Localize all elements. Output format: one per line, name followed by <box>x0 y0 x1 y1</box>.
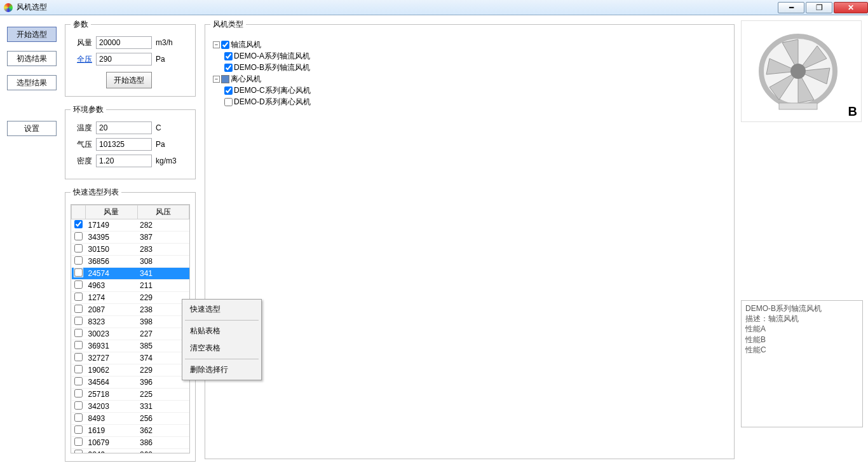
nav-start-button[interactable]: 开始选型 <box>7 27 57 42</box>
table-row[interactable]: 24574341 <box>72 268 189 280</box>
maximize-button[interactable]: ❐ <box>806 2 832 13</box>
table-row[interactable]: 8323398 <box>72 316 189 328</box>
detail-perf-b: 性能B <box>745 335 858 345</box>
flow-input[interactable] <box>96 36 152 49</box>
flow-unit: m3/h <box>156 38 181 47</box>
row-flow: 8323 <box>86 316 138 328</box>
nav-result-button[interactable]: 选型结果 <box>7 75 57 90</box>
row-press: 362 <box>137 425 189 437</box>
nav-settings-button[interactable]: 设置 <box>7 121 57 136</box>
row-checkbox[interactable] <box>74 268 83 277</box>
demo-b-checkbox[interactable] <box>224 64 233 72</box>
pressure-input[interactable] <box>96 53 152 66</box>
table-row[interactable]: 25718225 <box>72 389 189 401</box>
row-checkbox[interactable] <box>74 293 83 301</box>
centrifugal-label[interactable]: 离心风机 <box>231 74 261 85</box>
row-checkbox[interactable] <box>74 377 83 385</box>
table-row[interactable]: 9249260 <box>72 449 189 454</box>
table-row[interactable]: 32727374 <box>72 352 189 364</box>
table-row[interactable]: 8493256 <box>72 413 189 425</box>
close-icon: ✕ <box>848 3 854 12</box>
table-row[interactable]: 1619362 <box>72 425 189 437</box>
menu-separator <box>185 359 259 359</box>
ctx-clear-table[interactable]: 清空表格 <box>184 340 260 357</box>
temp-input[interactable] <box>96 121 152 134</box>
row-checkbox[interactable] <box>74 232 83 240</box>
table-row[interactable]: 30150283 <box>72 244 189 256</box>
nav-prelim-button[interactable]: 初选结果 <box>7 51 57 66</box>
demo-d-label[interactable]: DEMO-D系列离心风机 <box>234 97 311 107</box>
expander-icon[interactable]: − <box>213 41 220 48</box>
row-checkbox[interactable] <box>74 256 83 265</box>
row-press: 211 <box>137 280 189 292</box>
axial-label[interactable]: 轴流风机 <box>231 39 261 50</box>
row-checkbox[interactable] <box>74 425 83 434</box>
axial-checkbox[interactable] <box>221 41 229 49</box>
table-row[interactable]: 34395387 <box>72 232 189 244</box>
svg-point-1 <box>790 64 806 79</box>
row-checkbox[interactable] <box>74 353 83 361</box>
demo-a-label[interactable]: DEMO-A系列轴流风机 <box>234 51 310 62</box>
col-flow[interactable]: 风量 <box>86 205 138 219</box>
row-checkbox[interactable] <box>74 341 83 349</box>
demo-c-label[interactable]: DEMO-C系列离心风机 <box>234 85 311 96</box>
table-row[interactable]: 4963211 <box>72 280 189 292</box>
table-row[interactable]: 10679386 <box>72 437 189 449</box>
table-row[interactable]: 36856308 <box>72 256 189 268</box>
row-checkbox[interactable] <box>74 389 83 397</box>
table-row[interactable]: 2087238 <box>72 304 189 316</box>
fan-tree: − 轴流风机 DEMO-A系列轴流风机 DEMO-B系列轴流风机 − <box>210 36 729 110</box>
col-check[interactable] <box>72 205 86 219</box>
pressure-link[interactable]: 全压 <box>71 54 92 65</box>
atm-input[interactable] <box>96 138 152 151</box>
row-checkbox[interactable] <box>74 317 83 325</box>
row-flow: 32727 <box>86 352 138 364</box>
quicklist-table-wrap[interactable]: 风量 风压 1714928234395387301502833685630824… <box>71 204 190 453</box>
demo-b-label[interactable]: DEMO-B系列轴流风机 <box>234 62 310 73</box>
density-input[interactable] <box>96 155 152 167</box>
table-row[interactable]: 30023227 <box>72 328 189 340</box>
row-checkbox[interactable] <box>74 305 83 313</box>
maximize-icon: ❐ <box>816 3 823 12</box>
row-flow: 1274 <box>86 292 138 304</box>
row-checkbox[interactable] <box>74 401 83 410</box>
row-checkbox[interactable] <box>74 438 83 446</box>
env-legend: 环境参数 <box>71 104 106 115</box>
row-checkbox[interactable] <box>74 365 83 373</box>
fan-badge: B <box>848 104 857 119</box>
row-checkbox[interactable] <box>74 220 83 228</box>
row-checkbox[interactable] <box>74 450 83 453</box>
ctx-quick-select[interactable]: 快速选型 <box>184 301 260 318</box>
centrifugal-checkbox-mixed[interactable] <box>221 75 229 83</box>
expander-icon[interactable]: − <box>213 76 220 83</box>
demo-a-checkbox[interactable] <box>224 52 233 60</box>
detail-perf-c: 性能C <box>745 345 858 355</box>
table-row[interactable]: 1274229 <box>72 292 189 304</box>
close-button[interactable]: ✕ <box>834 2 868 13</box>
fan-type-fieldset: 风机类型 − 轴流风机 DEMO-A系列轴流风机 DEMO-B系列轴流风机 <box>205 19 735 459</box>
row-flow: 30150 <box>86 244 138 256</box>
ctx-delete-row[interactable]: 删除选择行 <box>184 361 260 378</box>
row-checkbox[interactable] <box>74 413 83 422</box>
table-row[interactable]: 34203331 <box>72 401 189 413</box>
table-row[interactable]: 17149282 <box>72 219 189 232</box>
table-row[interactable]: 36931385 <box>72 340 189 352</box>
start-selection-button[interactable]: 开始选型 <box>106 72 152 88</box>
fan-icon <box>747 27 855 116</box>
row-flow: 36856 <box>86 256 138 268</box>
row-flow: 25718 <box>86 389 138 401</box>
row-flow: 1619 <box>86 425 138 437</box>
row-checkbox[interactable] <box>74 329 83 337</box>
demo-d-checkbox[interactable] <box>224 98 233 106</box>
svg-rect-2 <box>779 103 817 109</box>
table-row[interactable]: 34564396 <box>72 377 189 389</box>
demo-c-checkbox[interactable] <box>224 86 233 95</box>
row-flow: 34564 <box>86 377 138 389</box>
minimize-button[interactable]: ━ <box>778 2 804 13</box>
row-checkbox[interactable] <box>74 280 83 289</box>
col-press[interactable]: 风压 <box>137 205 189 219</box>
table-row[interactable]: 19062229 <box>72 364 189 377</box>
row-flow: 8493 <box>86 413 138 425</box>
row-checkbox[interactable] <box>74 244 83 252</box>
ctx-paste-table[interactable]: 粘贴表格 <box>184 322 260 340</box>
